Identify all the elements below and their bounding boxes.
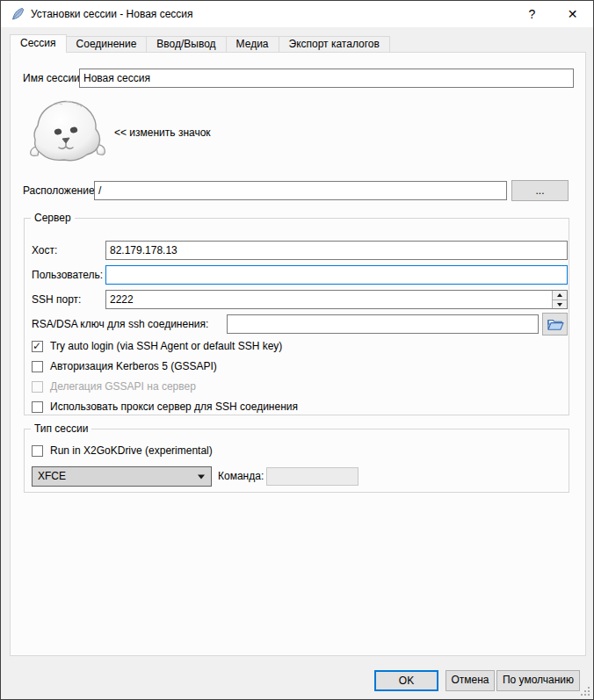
session-type-group-title: Тип сессии	[31, 422, 91, 435]
ssh-port-label: SSH порт:	[32, 290, 81, 309]
ssh-port-spinner	[105, 290, 568, 309]
command-input	[266, 467, 359, 486]
user-input[interactable]	[105, 265, 568, 285]
cancel-button[interactable]: Отмена	[446, 670, 495, 691]
spin-up-button[interactable]	[553, 291, 567, 299]
autologin-checkbox[interactable]	[32, 341, 43, 352]
resize-grip[interactable]	[581, 687, 590, 696]
desktop-environment-value: XFCE	[38, 470, 66, 482]
ok-button[interactable]: OK	[374, 670, 438, 691]
gssapi-delegation-label: Делегация GSSAPI на сервер	[50, 380, 196, 393]
defaults-button[interactable]: По умолчанию	[496, 670, 580, 691]
tab-bar: Сессия Соединение Ввод/Вывод Медиа Экспо…	[10, 34, 390, 53]
ssh-key-browse-button[interactable]	[542, 313, 568, 336]
ssh-port-input[interactable]	[106, 291, 552, 308]
server-group: Сервер Хост: Пользователь: SSH порт: RSA…	[24, 218, 569, 415]
ssh-proxy-label: Использовать прокси сервер для SSH соеди…	[50, 401, 298, 413]
session-name-input[interactable]	[79, 69, 574, 88]
help-button[interactable]: ?	[512, 1, 552, 27]
kdrive-checkbox-row[interactable]: Run in X2GoKDrive (experimental)	[32, 444, 213, 458]
desktop-environment-select[interactable]: XFCE	[32, 466, 212, 487]
server-group-title: Сервер	[31, 212, 75, 224]
command-label: Команда:	[218, 466, 264, 487]
kdrive-label: Run in X2GoKDrive (experimental)	[50, 444, 213, 457]
session-icon-button[interactable]	[25, 99, 110, 166]
session-tab-pane: Имя сессии:	[10, 52, 586, 656]
autologin-label: Try auto login (via SSH Agent or default…	[50, 340, 282, 352]
path-label: Расположение:	[23, 181, 98, 200]
titlebar: Установки сессии - Новая сессия ? ✕	[1, 1, 593, 27]
kerberos-checkbox[interactable]	[32, 361, 43, 372]
session-type-group: Тип сессии Run in X2GoKDrive (experiment…	[24, 429, 569, 493]
feather-app-icon	[11, 7, 25, 21]
kdrive-checkbox[interactable]	[32, 445, 43, 457]
tab-media[interactable]: Медиа	[226, 36, 279, 53]
tab-connection[interactable]: Соединение	[66, 36, 148, 53]
ssh-proxy-checkbox[interactable]	[32, 401, 43, 413]
host-label: Хост:	[32, 241, 57, 260]
tab-session[interactable]: Сессия	[10, 34, 67, 53]
tab-input-output[interactable]: Ввод/Вывод	[146, 36, 226, 53]
change-icon-label: << изменить значок	[114, 123, 211, 142]
autologin-checkbox-row[interactable]: Try auto login (via SSH Agent or default…	[32, 339, 282, 353]
spin-buttons	[552, 291, 567, 308]
ssh-key-label: RSA/DSA ключ для ssh соединения:	[32, 314, 208, 334]
gssapi-delegation-checkbox-row: Делегация GSSAPI на сервер	[32, 379, 196, 393]
browse-path-button[interactable]: ...	[511, 180, 569, 201]
seal-icon	[25, 99, 110, 166]
path-input[interactable]	[94, 181, 507, 200]
gssapi-delegation-checkbox	[32, 381, 43, 393]
tab-folder-export[interactable]: Экспорт каталогов	[279, 36, 390, 53]
ssh-key-input[interactable]	[227, 314, 539, 334]
session-name-label: Имя сессии:	[23, 69, 83, 88]
session-preferences-dialog: Установки сессии - Новая сессия ? ✕ Сесс…	[0, 0, 594, 700]
host-input[interactable]	[105, 241, 568, 260]
kerberos-checkbox-row[interactable]: Авторизация Kerberos 5 (GSSAPI)	[32, 359, 217, 373]
close-icon[interactable]: ✕	[553, 1, 592, 27]
spin-down-button[interactable]	[553, 299, 567, 308]
kerberos-label: Авторизация Kerberos 5 (GSSAPI)	[50, 360, 217, 372]
chevron-down-icon	[198, 474, 205, 479]
window-title: Установки сессии - Новая сессия	[31, 8, 193, 20]
user-label: Пользователь:	[32, 265, 103, 285]
ssh-proxy-checkbox-row[interactable]: Использовать прокси сервер для SSH соеди…	[32, 400, 298, 414]
open-folder-icon	[546, 316, 565, 332]
